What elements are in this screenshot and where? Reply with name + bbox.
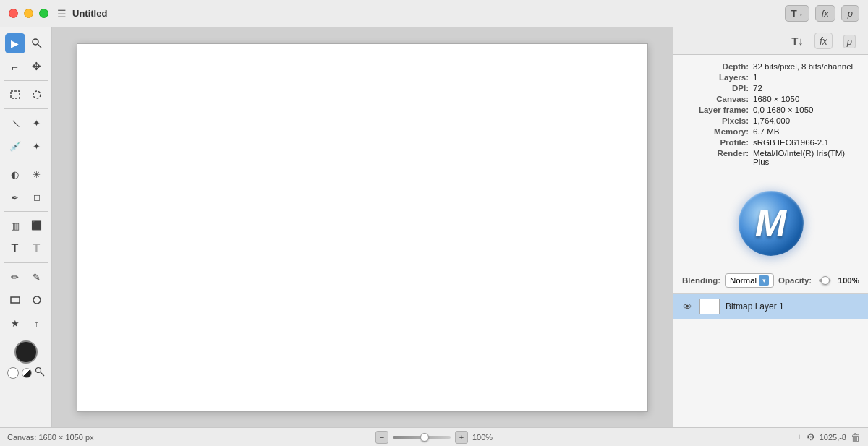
tool-separator-3 [4,160,48,160]
text-tool[interactable]: T [5,239,25,259]
blending-mode-select[interactable]: Normal ▾ [725,273,774,288]
swap-colors[interactable] [22,368,32,378]
zoom-slider[interactable] [393,436,451,439]
foreground-color[interactable] [14,340,38,364]
svg-point-6 [35,368,41,373]
canvas-size-label: Canvas: 1680 × 1050 px [7,433,94,442]
tool-row-4: | ✦ [0,111,51,134]
statusbar-zoom: − + 100% [292,431,576,444]
zoom-out-button[interactable]: − [375,431,388,444]
fx-panel-button[interactable]: fx [814,33,833,49]
document-icon: ☰ [57,8,67,20]
eraser-tool[interactable]: ◻ [27,187,47,207]
render-label: Render: [684,149,749,166]
canvas-area[interactable] [52,27,673,427]
eyedropper-tool[interactable]: 💉 [5,136,25,156]
statusbar: Canvas: 1680 × 1050 px − + 100% + ⚙ 1025… [0,427,868,446]
magnify-icon-svg [35,366,45,377]
pencil-tool[interactable]: ✎ [27,267,47,287]
tool-row-10: ✏ ✎ [0,265,51,288]
zoom-tool[interactable] [27,33,47,53]
transform-tool[interactable]: ✥ [27,56,47,77]
blending-section: Blending: Normal ▾ Opacity: 100% [673,267,868,294]
stamp-tool[interactable]: ⬛ [27,215,47,236]
path-pen-tool[interactable]: ✏ [5,267,25,287]
background-color[interactable] [7,367,19,379]
crop-tool[interactable]: ⌐ [5,56,25,77]
zoom-value: 100% [472,433,493,442]
layers-section: 👁 Bitmap Layer 1 [673,294,868,427]
tool-row-1: ▶ [0,32,51,55]
dodge-tool[interactable]: ◐ [5,164,25,184]
zoom-in-button[interactable]: + [455,431,468,444]
blending-dropdown-arrow: ▾ [759,275,769,286]
tool-row-12: ★ ↑ [0,312,51,335]
delete-button[interactable]: 🗑 [851,432,861,443]
pixels-label: Pixels: [684,116,749,125]
color-row [7,366,45,379]
tool-row-9: T T [0,237,51,260]
canvas-row: Canvas: 1680 × 1050 [684,95,858,103]
rect-select-tool[interactable] [5,85,25,105]
close-button[interactable] [9,9,18,18]
tool-separator-4 [4,211,48,212]
smudge-tool[interactable]: ✦ [27,136,47,156]
layers-label: Layers: [684,73,749,82]
arrow-tool[interactable]: ↑ [27,313,47,333]
memory-label: Memory: [684,127,749,136]
p-button[interactable]: p [841,5,859,22]
depth-label: Depth: [684,62,749,71]
logo-area: M [673,176,868,267]
pen-tool[interactable]: ✒ [5,187,25,207]
brush-tool[interactable]: | [1,108,30,137]
titlebar: ☰ Untitled T↓ fx p [0,0,868,27]
svg-point-0 [33,39,38,45]
fx-panel-icon: fx [820,35,827,47]
titlebar-tools: T↓ fx p [785,5,859,22]
fx-button[interactable]: fx [815,5,835,22]
maximize-button[interactable] [39,9,48,18]
opacity-slider[interactable] [819,279,830,282]
shape-ellipse-tool[interactable] [27,290,47,310]
add-icon[interactable]: + [796,432,802,442]
layer-visibility-toggle[interactable]: 👁 [681,300,694,313]
render-row: Render: Metal/IO/Intel(R) Iris(TM) Plus [684,149,858,166]
opacity-slider-thumb [821,276,830,285]
dpi-label: DPI: [684,84,749,93]
fx-label: fx [822,8,829,19]
shape-rect-tool[interactable] [5,290,25,310]
magic-wand-tool[interactable]: ✦ [27,113,47,133]
p-panel-button[interactable]: p [840,33,859,49]
burn-tool[interactable]: ✳ [27,164,47,184]
opacity-label: Opacity: [778,276,812,285]
svg-point-5 [33,296,41,304]
minimize-button[interactable] [24,9,33,18]
tool-row-2: ⌐ ✥ [0,55,51,78]
memory-row: Memory: 6.7 MB [684,127,858,136]
layer-item[interactable]: 👁 Bitmap Layer 1 [673,294,868,319]
lasso-icon [31,89,43,100]
pixels-value: 1,764,000 [753,116,858,125]
dpi-value: 72 [753,84,858,93]
p-label: p [848,8,853,19]
statusbar-right: + ⚙ 1025,-8 🗑 [576,432,861,443]
star-tool[interactable]: ★ [5,313,25,333]
select-tool[interactable]: ▶ [5,33,25,53]
color-picker-icon[interactable] [35,366,45,379]
window-controls [9,9,48,18]
canvas-value: 1680 × 1050 [753,95,858,103]
opacity-value: 100% [838,276,859,285]
text-tool-variant[interactable]: T [27,239,47,259]
script-icon: T [791,8,797,19]
tool-row-8: ▥ ⬛ [0,214,51,237]
svg-point-3 [33,91,41,98]
lasso-tool[interactable] [27,85,47,105]
settings-icon[interactable]: ⚙ [807,432,815,442]
script-tool-button[interactable]: T↓ [785,5,809,22]
profile-value: sRGB IEC61966-2.1 [753,138,858,147]
text-properties-button[interactable]: T↓ [788,33,807,49]
panel-toolbar: T↓ fx p [673,27,868,55]
canvas-label: Canvas: [684,95,749,103]
gradient-tool[interactable]: ▥ [5,215,25,236]
svg-line-7 [41,372,44,376]
